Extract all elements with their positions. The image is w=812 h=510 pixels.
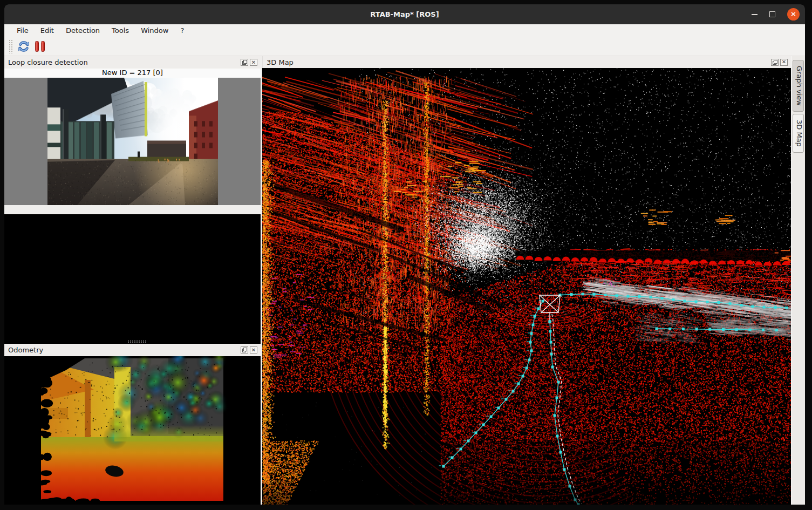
minimize-icon[interactable] bbox=[752, 14, 758, 15]
close-icon: ✕ bbox=[251, 348, 256, 353]
tab-graph-view[interactable]: Graph view bbox=[793, 60, 804, 112]
refresh-button[interactable] bbox=[16, 39, 32, 54]
loop-closure-match-area bbox=[4, 214, 261, 344]
map-close-button[interactable]: ✕ bbox=[780, 59, 788, 66]
refresh-icon bbox=[17, 40, 30, 53]
odometry-image-view[interactable] bbox=[33, 356, 231, 503]
tab-3d-map[interactable]: 3D Map bbox=[793, 114, 804, 153]
camera-image-area bbox=[4, 78, 261, 205]
toolbar-drag-handle[interactable] bbox=[9, 39, 12, 53]
maximize-icon[interactable] bbox=[769, 11, 775, 17]
menu-detection[interactable]: Detection bbox=[60, 24, 106, 37]
pause-icon bbox=[35, 41, 45, 52]
pause-button[interactable] bbox=[32, 39, 48, 54]
map-3d-view[interactable] bbox=[262, 68, 791, 505]
menu-edit[interactable]: Edit bbox=[35, 24, 60, 37]
map-float-button[interactable] bbox=[771, 59, 779, 66]
close-icon: ✕ bbox=[251, 60, 256, 65]
menu-window[interactable]: Window bbox=[135, 24, 174, 37]
loop-closure-close-button[interactable]: ✕ bbox=[250, 59, 257, 66]
menu-help[interactable]: ? bbox=[174, 24, 190, 37]
float-icon bbox=[242, 348, 247, 352]
map-dock: 3D Map ✕ bbox=[262, 56, 791, 505]
titlebar[interactable]: RTAB-Map* [ROS] × bbox=[4, 4, 805, 24]
menubar: File Edit Detection Tools Window ? bbox=[4, 24, 805, 37]
odometry-float-button[interactable] bbox=[241, 346, 248, 353]
left-dock-column: Loop closure detection ✕ New ID = 217 [0… bbox=[4, 56, 261, 505]
loop-closure-splitter[interactable] bbox=[4, 205, 261, 214]
window-title: RTAB-Map* [ROS] bbox=[4, 4, 805, 24]
camera-image-view[interactable] bbox=[47, 78, 218, 205]
float-icon bbox=[242, 60, 247, 65]
odometry-close-button[interactable]: ✕ bbox=[250, 346, 257, 353]
new-id-header: New ID = 217 [0] bbox=[4, 69, 261, 78]
close-icon[interactable]: × bbox=[787, 8, 800, 21]
float-icon bbox=[773, 60, 777, 65]
toolbar bbox=[4, 37, 805, 56]
loop-closure-dock-titlebar[interactable]: Loop closure detection ✕ bbox=[4, 56, 261, 69]
map-dock-title: 3D Map bbox=[267, 58, 769, 66]
menu-file[interactable]: File bbox=[11, 24, 35, 37]
map-dock-titlebar[interactable]: 3D Map ✕ bbox=[262, 56, 791, 68]
window-controls: × bbox=[752, 4, 800, 24]
loop-closure-dock-title: Loop closure detection bbox=[8, 58, 239, 66]
app-window: RTAB-Map* [ROS] × File Edit Detection To… bbox=[4, 4, 805, 505]
menu-tools[interactable]: Tools bbox=[106, 24, 135, 37]
dock-splitter-handle[interactable] bbox=[127, 340, 147, 343]
odometry-dock-titlebar[interactable]: Odometry ✕ bbox=[4, 344, 261, 356]
loop-closure-float-button[interactable] bbox=[241, 59, 248, 66]
odometry-dock-title: Odometry bbox=[8, 346, 239, 354]
dock-area: Loop closure detection ✕ New ID = 217 [0… bbox=[4, 56, 805, 505]
odometry-image-area bbox=[4, 356, 261, 505]
close-icon: ✕ bbox=[782, 59, 786, 65]
right-tab-strip: Graph view 3D Map bbox=[791, 56, 805, 505]
